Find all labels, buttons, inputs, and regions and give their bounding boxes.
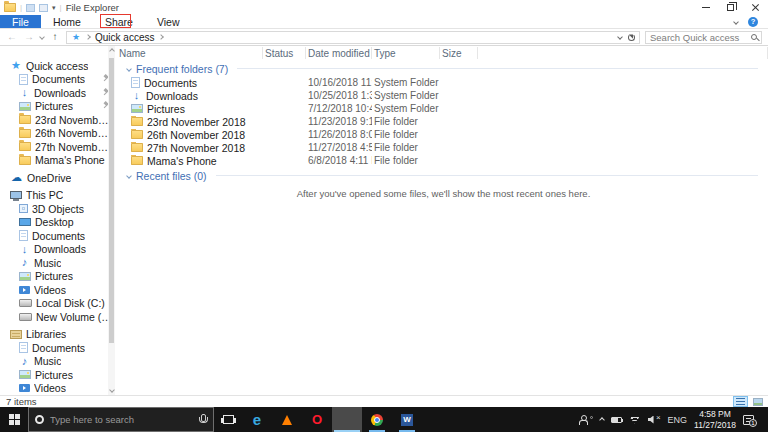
file-row-mama-s-phone[interactable]: Mama's Phone6/8/2018 4:11 PMFile folder — [119, 154, 768, 167]
battery-icon[interactable] — [611, 417, 622, 423]
group-header-recent-files-0[interactable]: Recent files (0) — [119, 168, 768, 183]
file-row-23rd-november-2018[interactable]: 23rd November 201811/23/2018 9:13 PMFile… — [119, 115, 768, 128]
sidebar-item-26th-november-2018[interactable]: 26th November 2018 — [0, 127, 115, 141]
sidebar-item-23rd-november-2018[interactable]: 23rd November 2018 — [0, 113, 115, 127]
sidebar-item-mama-s-phone[interactable]: Mama's Phone — [0, 154, 115, 168]
quick-access-toolbar-button[interactable] — [26, 4, 35, 12]
window-body: Quick accessDocumentsDownloadsPictures23… — [0, 46, 768, 395]
sidebar-item-documents[interactable]: Documents — [0, 229, 115, 243]
clock[interactable]: 4:58 PM 11/27/2018 — [694, 409, 736, 429]
language-indicator[interactable]: ENG — [668, 415, 688, 425]
show-hidden-icons-icon[interactable] — [599, 417, 605, 423]
column-header-date-modified[interactable]: Date modified — [306, 47, 372, 59]
sidebar-item-music[interactable]: Music — [0, 355, 115, 369]
taskbar-app-opera[interactable]: O — [302, 407, 332, 432]
cell-name: Mama's Phone — [119, 155, 263, 167]
sidebar-item-documents[interactable]: Documents — [0, 341, 115, 355]
folder-icon — [131, 143, 143, 152]
taskbar-app-file-explorer[interactable] — [332, 407, 362, 432]
sidebar-item-downloads[interactable]: Downloads — [0, 243, 115, 257]
search-icon[interactable] — [751, 34, 757, 40]
group-header-frequent-folders-7[interactable]: Frequent folders (7) — [119, 61, 768, 76]
file-name: 23rd November 2018 — [147, 116, 246, 128]
sidebar-scrollbar[interactable] — [108, 46, 115, 395]
taskbar-app-word[interactable]: W — [392, 407, 422, 432]
column-header-size[interactable]: Size — [440, 47, 478, 59]
sidebar-item-label: Quick access — [26, 60, 88, 72]
sidebar-item-libraries[interactable]: Libraries — [0, 328, 115, 342]
forward-button[interactable] — [23, 32, 35, 42]
sidebar-item-pictures[interactable]: Pictures — [0, 270, 115, 284]
sidebar-item-onedrive[interactable]: OneDrive — [0, 171, 115, 185]
recent-locations-icon[interactable] — [39, 34, 45, 40]
cell-name: 23rd November 2018 — [119, 116, 263, 128]
volume-muted-icon[interactable] — [648, 416, 661, 424]
start-button[interactable] — [0, 407, 28, 432]
sidebar-item-videos[interactable]: Videos — [0, 382, 115, 396]
sidebar-item-videos[interactable]: Videos — [0, 283, 115, 297]
refresh-icon[interactable] — [628, 34, 635, 41]
file-row-26th-november-2018[interactable]: 26th November 201811/26/2018 8:08 PMFile… — [119, 128, 768, 141]
file-row-pictures[interactable]: Pictures7/12/2018 10:41 AMSystem Folder — [119, 102, 768, 115]
restore-button[interactable] — [718, 0, 743, 15]
taskbar-app-vlc[interactable] — [272, 407, 302, 432]
column-header-status[interactable]: Status — [263, 47, 306, 59]
sidebar-item-27th-november-2018[interactable]: 27th November 2018 — [0, 140, 115, 154]
tab-view[interactable]: View — [145, 15, 192, 28]
computer-icon — [10, 191, 22, 199]
recent-files-empty-message: After you've opened some files, we'll sh… — [119, 188, 768, 199]
taskbar-apps: eOW — [242, 407, 422, 432]
file-row-downloads[interactable]: Downloads10/25/2018 1:33 PMSystem Folder — [119, 89, 768, 102]
breadcrumb-chevron-icon[interactable] — [159, 34, 165, 40]
chevron-down-icon[interactable] — [126, 66, 132, 72]
minimize-button[interactable] — [693, 0, 718, 15]
close-button[interactable] — [743, 0, 768, 15]
quick-access-toolbar-button[interactable] — [39, 4, 48, 12]
taskbar-app-edge[interactable]: e — [242, 407, 272, 432]
sidebar-item-downloads[interactable]: Downloads — [0, 86, 115, 100]
tab-share[interactable]: Share — [93, 15, 145, 28]
breadcrumb[interactable]: Quick access — [95, 32, 154, 43]
sidebar-item-this-pc[interactable]: This PC — [0, 189, 115, 203]
wifi-icon[interactable] — [629, 416, 641, 424]
microphone-icon[interactable] — [198, 414, 207, 425]
sidebar-item-quick-access[interactable]: Quick access — [0, 59, 115, 73]
people-icon[interactable] — [579, 415, 593, 425]
taskbar-app-chrome[interactable] — [362, 407, 392, 432]
cell-type: System Folder — [372, 77, 440, 88]
help-icon[interactable]: ? — [748, 17, 758, 27]
sidebar-item-music[interactable]: Music — [0, 256, 115, 270]
tab-home[interactable]: Home — [41, 15, 93, 28]
sidebar-item-documents[interactable]: Documents — [0, 73, 115, 87]
sidebar-item-local-disk-c[interactable]: Local Disk (C:) — [0, 297, 115, 311]
address-dropdown-icon[interactable] — [617, 34, 623, 40]
explorer-search-input[interactable]: Search Quick access — [645, 31, 762, 44]
details-view-button[interactable] — [733, 396, 748, 407]
taskbar-search-input[interactable]: Type here to search — [28, 407, 214, 432]
scroll-up-icon[interactable] — [109, 48, 115, 54]
cortana-icon — [35, 415, 44, 424]
sidebar-item-new-volume-d[interactable]: New Volume (D:) — [0, 310, 115, 324]
chevron-down-icon[interactable] — [126, 173, 132, 179]
column-header-name[interactable]: Name — [119, 47, 263, 59]
up-button[interactable] — [49, 32, 61, 42]
scrollbar-thumb[interactable] — [109, 58, 114, 343]
thumbnails-view-button[interactable] — [750, 396, 765, 407]
sidebar-item-desktop[interactable]: Desktop — [0, 216, 115, 230]
tab-file[interactable]: File — [0, 15, 41, 28]
sidebar-item-pictures[interactable]: Pictures — [0, 368, 115, 382]
file-row-documents[interactable]: Documents10/16/2018 11:44 ...System Fold… — [119, 76, 768, 89]
sidebar-item-pictures[interactable]: Pictures — [0, 100, 115, 114]
breadcrumb-chevron-icon[interactable] — [85, 34, 91, 40]
address-bar[interactable]: Quick access — [66, 31, 640, 44]
action-center-icon[interactable]: 1 — [743, 415, 754, 425]
sidebar-item-3d-objects[interactable]: 3D Objects — [0, 202, 115, 216]
back-button[interactable] — [6, 32, 18, 42]
column-header-type[interactable]: Type — [372, 47, 440, 59]
expand-ribbon-icon[interactable] — [733, 19, 739, 25]
scroll-down-icon[interactable] — [109, 387, 115, 393]
task-view-button[interactable] — [214, 407, 242, 432]
three-d-objects-icon — [19, 204, 28, 213]
customize-toolbar-caret-icon[interactable] — [52, 4, 56, 11]
file-row-27th-november-2018[interactable]: 27th November 201811/27/2018 4:54 PMFile… — [119, 141, 768, 154]
